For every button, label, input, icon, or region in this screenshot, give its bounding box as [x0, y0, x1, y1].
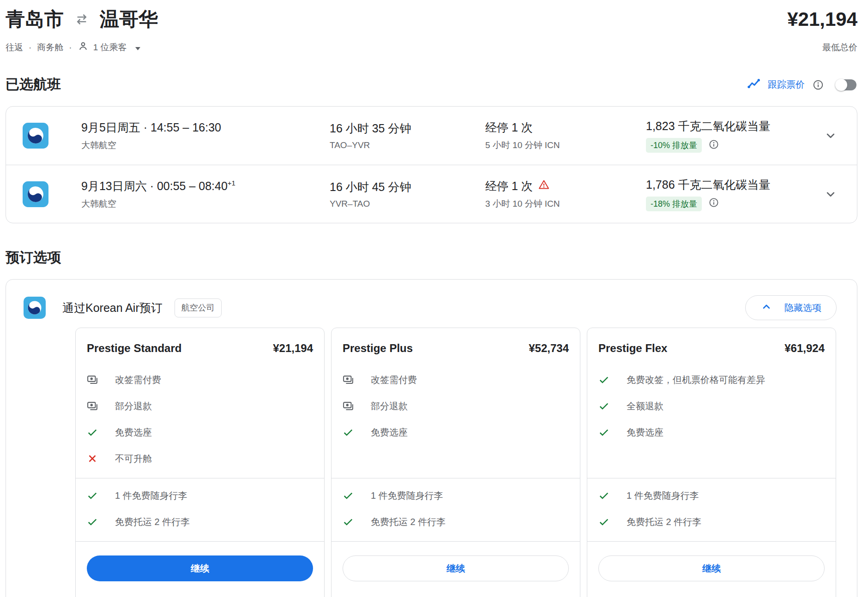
- booking-options-card: 通过Korean Air预订 航空公司 隐藏选项 Prestige Standa…: [6, 279, 857, 597]
- passenger-selector[interactable]: 1 位乘客: [78, 41, 141, 54]
- flight-stops: 经停 1 次: [485, 120, 646, 135]
- money-icon: [343, 400, 354, 412]
- separator-dot: ·: [69, 42, 72, 53]
- flight-row-outbound[interactable]: 9月5日周五 · 14:55 – 16:30 大韩航空 16 小时 35 分钟 …: [6, 107, 857, 165]
- continue-button[interactable]: 继续: [87, 555, 313, 581]
- info-icon[interactable]: [708, 197, 719, 210]
- fare-feature: 免费托运 2 件行李: [343, 515, 569, 528]
- flight-airline: 大韩航空: [81, 198, 330, 210]
- chevron-down-icon[interactable]: [819, 129, 842, 143]
- fare-feature: 免费改签，但机票价格可能有差异: [598, 373, 825, 386]
- track-prices-toggle[interactable]: [835, 78, 857, 91]
- fare-feature: 免费选座: [87, 426, 313, 439]
- check-icon: [87, 516, 98, 527]
- trip-summary: 往返 · 商务舱 · 1 位乘客 最低总价: [6, 41, 857, 54]
- fare-feature-text: 1 件免费随身行李: [627, 490, 699, 502]
- fare-card-prestige-flex: Prestige Flex ¥61,924 免费改签，但机票价格可能有差异全额退…: [587, 328, 836, 597]
- check-icon: [598, 516, 609, 527]
- flight-emissions: 1,823 千克二氧化碳当量: [646, 119, 819, 134]
- korean-air-logo: [23, 123, 48, 149]
- person-icon: [78, 41, 89, 54]
- cabin-class-label: 商务舱: [37, 42, 63, 54]
- money-icon: [87, 374, 98, 385]
- fare-card-prestige-plus: Prestige Plus ¥52,734 改签需付费部分退款免费选座 1 件免…: [331, 328, 580, 597]
- fare-price: ¥61,924: [784, 342, 825, 355]
- flight-stops: 经停 1 次: [485, 179, 646, 194]
- emissions-badge: -10% 排放量: [646, 138, 702, 153]
- booking-provider-label: 通过Korean Air预订: [62, 300, 163, 316]
- header: 青岛市 温哥华 ¥21,194: [6, 6, 857, 32]
- trip-type-label: 往返: [6, 42, 23, 54]
- check-icon: [87, 490, 98, 501]
- fare-feature-text: 部分退款: [115, 400, 152, 412]
- selected-flights-card: 9月5日周五 · 14:55 – 16:30 大韩航空 16 小时 35 分钟 …: [6, 106, 857, 223]
- flight-datetime: 9月13日周六 · 00:55 – 08:40+1: [81, 179, 330, 194]
- flight-route: TAO–YVR: [330, 140, 485, 150]
- origin-city: 青岛市: [6, 6, 64, 32]
- fare-feature: 不可升舱: [87, 452, 313, 465]
- hide-options-button[interactable]: 隐藏选项: [745, 295, 837, 320]
- fare-feature-text: 改签需付费: [115, 374, 161, 386]
- info-icon[interactable]: [708, 139, 719, 152]
- route-title: 青岛市 温哥华: [6, 6, 158, 32]
- cross-icon: [87, 453, 98, 464]
- fare-feature: 免费选座: [598, 426, 825, 439]
- track-prices-label[interactable]: 跟踪票价: [768, 78, 805, 91]
- fare-price: ¥21,194: [273, 342, 313, 355]
- korean-air-logo: [24, 297, 46, 319]
- fare-feature-text: 免费改签，但机票价格可能有差异: [627, 374, 765, 386]
- fare-feature-text: 不可升舱: [115, 453, 152, 465]
- fare-feature: 1 件免费随身行李: [343, 489, 569, 502]
- separator-dot: ·: [29, 42, 31, 53]
- info-icon[interactable]: [812, 79, 824, 91]
- flight-row-return[interactable]: 9月13日周六 · 00:55 – 08:40+1 大韩航空 16 小时 45 …: [6, 165, 857, 223]
- fare-feature-text: 部分退款: [371, 400, 408, 412]
- check-icon: [87, 427, 98, 438]
- fare-feature-text: 免费托运 2 件行李: [627, 516, 701, 528]
- price-caption: 最低总价: [822, 42, 857, 54]
- fare-name: Prestige Plus: [343, 342, 413, 355]
- passenger-count-label: 1 位乘客: [93, 42, 127, 54]
- fare-feature-text: 免费选座: [115, 426, 152, 439]
- korean-air-logo: [23, 181, 48, 207]
- flight-booking-page: 青岛市 温哥华 ¥21,194 往返 · 商务舱 · 1 位乘客: [6, 0, 857, 597]
- fare-feature: 改签需付费: [343, 373, 569, 386]
- flight-layover: 5 小时 10 分钟 ICN: [485, 139, 646, 151]
- fare-feature: 1 件免费随身行李: [87, 489, 313, 502]
- fare-feature: 部分退款: [343, 400, 569, 412]
- fare-name: Prestige Flex: [598, 342, 667, 355]
- flight-airline: 大韩航空: [81, 139, 330, 151]
- emissions-badge: -18% 排放量: [646, 197, 702, 211]
- fare-feature-text: 全额退款: [627, 400, 663, 412]
- flight-layover: 3 小时 10 分钟 ICN: [485, 198, 646, 210]
- swap-icon: [75, 12, 89, 26]
- trending-icon: [747, 78, 761, 91]
- fare-name: Prestige Standard: [87, 342, 181, 355]
- check-icon: [598, 490, 609, 501]
- booking-options-title: 预订选项: [6, 248, 61, 267]
- flight-duration: 16 小时 45 分钟: [330, 179, 485, 195]
- check-icon: [343, 490, 354, 501]
- track-prices-control: 跟踪票价: [747, 78, 857, 91]
- fare-feature: 全额退款: [598, 400, 825, 412]
- fare-feature-text: 免费托运 2 件行李: [115, 516, 190, 528]
- money-icon: [343, 374, 354, 385]
- check-icon: [598, 374, 609, 385]
- airline-badge: 航空公司: [175, 298, 222, 317]
- flight-duration: 16 小时 35 分钟: [330, 121, 485, 136]
- next-day-indicator: +1: [228, 179, 235, 187]
- warning-icon[interactable]: [538, 179, 549, 193]
- continue-button[interactable]: 继续: [343, 555, 569, 581]
- chevron-up-icon: [760, 301, 772, 315]
- fare-feature: 免费托运 2 件行李: [87, 515, 313, 528]
- total-price: ¥21,194: [787, 8, 857, 30]
- chevron-down-icon[interactable]: [819, 187, 842, 201]
- fare-feature: 免费选座: [343, 426, 569, 439]
- fare-feature: 部分退款: [87, 400, 313, 412]
- flight-datetime: 9月5日周五 · 14:55 – 16:30: [81, 120, 330, 135]
- fare-feature-text: 免费选座: [371, 426, 408, 439]
- flight-route: YVR–TAO: [330, 199, 485, 209]
- check-icon: [343, 516, 354, 527]
- continue-button[interactable]: 继续: [598, 555, 825, 581]
- fare-feature: 1 件免费随身行李: [598, 489, 825, 502]
